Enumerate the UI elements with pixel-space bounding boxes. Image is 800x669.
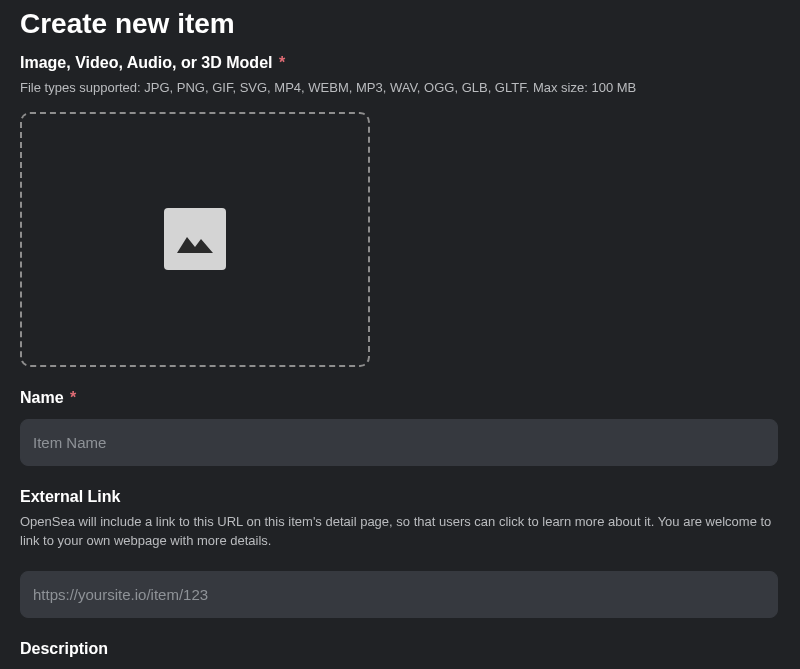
external-link-section: External Link OpenSea will include a lin… bbox=[20, 488, 780, 618]
description-hint-suffix: syntax is supported. bbox=[537, 666, 656, 670]
media-dropzone[interactable] bbox=[20, 112, 370, 367]
name-label: Name * bbox=[20, 389, 780, 407]
name-section: Name * bbox=[20, 389, 780, 466]
media-upload-section: Image, Video, Audio, or 3D Model * File … bbox=[20, 54, 780, 367]
required-star: * bbox=[279, 54, 285, 71]
name-label-text: Name bbox=[20, 389, 64, 406]
media-hint: File types supported: JPG, PNG, GIF, SVG… bbox=[20, 78, 780, 98]
media-label: Image, Video, Audio, or 3D Model * bbox=[20, 54, 780, 72]
svg-marker-0 bbox=[177, 237, 213, 253]
external-link-label: External Link bbox=[20, 488, 780, 506]
markdown-link[interactable]: Markdown bbox=[477, 666, 537, 670]
description-hint: The description will be included on the … bbox=[20, 664, 780, 670]
external-link-input[interactable] bbox=[20, 571, 778, 618]
description-hint-prefix: The description will be included on the … bbox=[20, 666, 477, 670]
media-label-text: Image, Video, Audio, or 3D Model bbox=[20, 54, 272, 71]
description-label: Description bbox=[20, 640, 780, 658]
external-link-hint: OpenSea will include a link to this URL … bbox=[20, 512, 780, 551]
name-input[interactable] bbox=[20, 419, 778, 466]
page-title: Create new item bbox=[20, 8, 780, 40]
required-star: * bbox=[70, 389, 76, 406]
image-icon bbox=[164, 208, 226, 270]
description-section: Description The description will be incl… bbox=[20, 640, 780, 670]
